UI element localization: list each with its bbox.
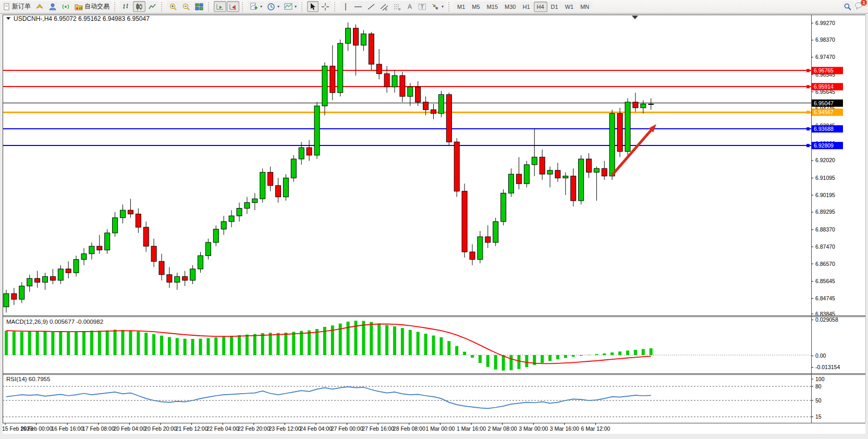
signals-button[interactable] xyxy=(59,1,72,12)
auto-trading-button[interactable]: 自动交易 xyxy=(72,1,112,12)
time-tick-label: 16 Feb 16:00 xyxy=(51,425,83,432)
candlestick-icon xyxy=(135,3,143,11)
svg-text:F: F xyxy=(399,8,401,11)
candle-body xyxy=(66,269,71,273)
candle-body xyxy=(237,208,242,216)
tf-button-m30[interactable]: M30 xyxy=(502,2,519,12)
candle-body xyxy=(190,269,195,281)
add-indicator-button[interactable]: ▾ xyxy=(248,1,264,12)
candle-body xyxy=(524,165,529,184)
tf-button-d1[interactable]: D1 xyxy=(548,2,561,12)
text-label-tool-button[interactable]: T xyxy=(416,1,429,12)
candle-body xyxy=(641,104,646,107)
time-tick-label: 27 Feb 00:00 xyxy=(331,425,363,432)
horizontal-line-icon xyxy=(354,3,362,10)
candle-body xyxy=(571,176,576,201)
candle-body xyxy=(555,170,560,178)
community-button[interactable] xyxy=(46,1,59,12)
candle-body xyxy=(307,148,312,155)
time-tick-label: 6 Mar 12:00 xyxy=(581,425,610,432)
candle-body xyxy=(369,34,374,64)
time-tick-label: 21 Feb 12:00 xyxy=(176,425,208,432)
candle-body xyxy=(43,276,48,282)
candle-body xyxy=(353,28,359,45)
candle-body xyxy=(35,278,40,282)
rsi-label: RSI(14) 60.7955 xyxy=(6,376,50,382)
text-tool-button[interactable]: A xyxy=(404,1,415,12)
line-anchor-square[interactable] xyxy=(806,144,810,147)
notifications-button[interactable]: 1 xyxy=(854,2,864,12)
line-anchor-square[interactable] xyxy=(806,85,810,88)
chart-window[interactable]: 6.992706.983706.974706.965456.956456.947… xyxy=(0,14,868,439)
candle-body xyxy=(89,246,94,254)
crosshair-icon xyxy=(321,3,329,11)
chart-shift-button[interactable] xyxy=(227,1,239,12)
tf-button-m1[interactable]: M1 xyxy=(454,2,468,12)
bar-chart-mode-button[interactable] xyxy=(120,1,132,12)
candle-body xyxy=(400,76,405,96)
vertical-line-tool-button[interactable] xyxy=(340,1,351,12)
shapes-tool-button[interactable]: ▾ xyxy=(429,1,446,12)
horizontal-line-tool-button[interactable] xyxy=(352,1,364,12)
price-tick-label: 6.83845 xyxy=(815,311,835,317)
line-chart-mode-button[interactable] xyxy=(146,1,158,12)
tf-button-h1[interactable]: H1 xyxy=(519,2,533,12)
tf-button-w1[interactable]: W1 xyxy=(562,2,577,12)
periods-button[interactable]: ▾ xyxy=(265,1,282,12)
search-button[interactable] xyxy=(841,1,854,12)
profile-icon xyxy=(48,3,57,11)
candle-body xyxy=(74,260,79,273)
candle-body xyxy=(493,222,498,242)
candle-body xyxy=(167,275,172,283)
time-tick-label: 20 Feb 20:00 xyxy=(144,425,177,432)
fibonacci-tool-button[interactable]: F xyxy=(391,1,404,12)
tf-button-mn[interactable]: MN xyxy=(577,2,592,12)
candlestick-mode-button[interactable] xyxy=(133,1,145,12)
candle-body xyxy=(105,233,110,250)
rsi-axis-label: 50 xyxy=(815,397,822,404)
price-tick-label: 6.90195 xyxy=(815,192,835,198)
line-anchor-square[interactable] xyxy=(806,69,810,72)
channel-tool-button[interactable]: E xyxy=(378,1,390,12)
price-tick-label: 6.92020 xyxy=(815,157,835,163)
line-anchor-square[interactable] xyxy=(806,127,810,130)
cursor-tool-button[interactable] xyxy=(307,1,319,12)
tf-button-m5[interactable]: M5 xyxy=(469,2,483,12)
tf-button-m15[interactable]: M15 xyxy=(484,2,501,12)
clock-icon xyxy=(267,3,275,11)
auto-scroll-button[interactable] xyxy=(214,1,226,12)
zoom-in-button[interactable] xyxy=(167,1,179,12)
price-tick-label: 6.89295 xyxy=(815,209,835,215)
tile-windows-button[interactable] xyxy=(193,1,205,12)
candle-body xyxy=(633,102,638,108)
time-tick-label: 1 Mar 00:00 xyxy=(425,425,455,432)
crosshair-tool-button[interactable] xyxy=(319,1,332,12)
macd-axis-label: -0.013154 xyxy=(815,364,840,370)
price-label-text: 6.96765 xyxy=(814,67,834,74)
tf-button-h4[interactable]: H4 xyxy=(534,2,547,12)
templates-button[interactable]: ▾ xyxy=(282,1,299,12)
candle-body xyxy=(205,242,211,255)
new-order-button[interactable]: 新订单 xyxy=(1,1,33,12)
svg-text:T: T xyxy=(421,4,424,10)
candle-body xyxy=(276,186,281,197)
chart-canvas[interactable]: 6.992706.983706.974706.965456.956456.947… xyxy=(0,14,868,439)
macd-axis-label: 0.00 xyxy=(815,352,826,359)
candle-body xyxy=(120,210,126,218)
price-label-text: 6.95914 xyxy=(814,83,834,90)
candle-body xyxy=(283,178,288,197)
text-label-icon: T xyxy=(418,3,426,11)
candle-body xyxy=(4,294,9,307)
candle-body xyxy=(376,64,382,74)
candle-body xyxy=(97,246,102,250)
candle-body xyxy=(579,159,584,201)
candle-body xyxy=(478,237,483,260)
candle-body xyxy=(252,199,258,202)
zoom-out-button[interactable] xyxy=(180,1,192,12)
trendline-icon xyxy=(367,3,375,11)
line-anchor-square[interactable] xyxy=(806,111,810,114)
market-button[interactable] xyxy=(33,1,46,12)
price-tick-label: 6.98370 xyxy=(815,36,835,43)
trendline-tool-button[interactable] xyxy=(365,1,377,12)
tile-windows-icon xyxy=(195,3,203,11)
